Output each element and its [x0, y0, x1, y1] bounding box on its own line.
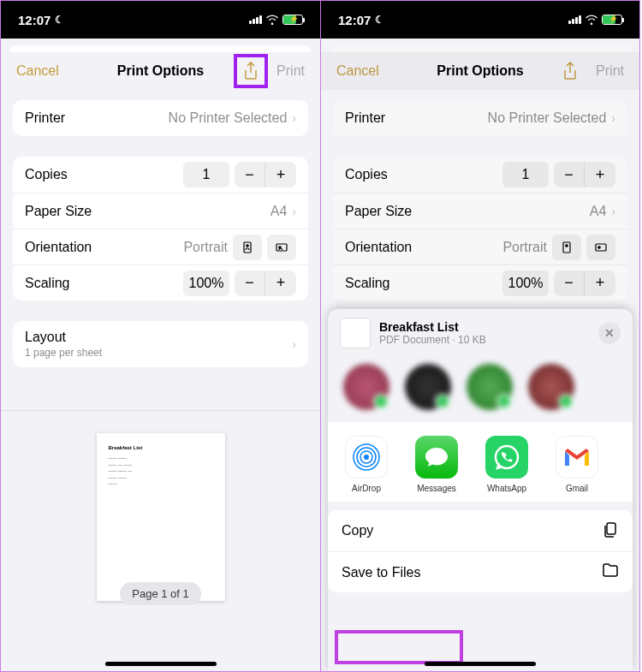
page-preview[interactable]: Breakfast List —— —— —— — —— —— —— — —— …	[97, 433, 225, 601]
scaling-increment-button[interactable]: +	[585, 271, 615, 296]
paper-size-label: Paper Size	[25, 204, 92, 219]
paper-size-label: Paper Size	[345, 204, 412, 219]
svg-point-8	[364, 455, 369, 460]
preview-line: —— — ——	[109, 462, 213, 469]
app-messages[interactable]: Messages	[412, 436, 461, 493]
svg-point-5	[566, 244, 568, 246]
scaling-value[interactable]: 100%	[183, 271, 229, 296]
nav-bar: Cancel Print Options Print	[321, 52, 639, 90]
battery-icon: ⚡	[282, 15, 303, 25]
printer-label: Printer	[345, 110, 385, 126]
copies-stepper: − +	[235, 162, 296, 187]
orientation-value: Portrait	[183, 240, 228, 255]
scaling-stepper: − +	[554, 271, 615, 296]
scaling-row: Scaling 100% − +	[333, 265, 627, 300]
paper-size-value: A4	[270, 204, 288, 219]
airdrop-icon	[345, 436, 388, 479]
print-button[interactable]: Print	[596, 63, 624, 79]
wifi-icon	[265, 15, 279, 25]
layout-section: Layout 1 page per sheet ›	[13, 321, 308, 367]
copy-action[interactable]: Copy	[328, 510, 633, 551]
chevron-right-icon: ›	[292, 337, 296, 351]
printer-section: Printer No Printer Selected ›	[13, 100, 308, 136]
wifi-icon	[585, 15, 598, 25]
printer-value: No Printer Selected	[169, 110, 288, 126]
app-gmail[interactable]: Gmail	[552, 436, 602, 493]
preview-line: —— ——	[109, 475, 213, 482]
signal-icon	[249, 15, 262, 24]
scaling-decrement-button[interactable]: −	[554, 271, 585, 296]
preview-area: Breakfast List —— —— —— — —— —— —— — —— …	[1, 410, 320, 605]
layout-row[interactable]: Layout 1 page per sheet ›	[13, 321, 308, 367]
scaling-value[interactable]: 100%	[502, 271, 549, 296]
share-subtitle: PDF Document · 10 KB	[379, 334, 590, 346]
scaling-increment-button[interactable]: +	[265, 271, 296, 296]
copies-label: Copies	[345, 167, 388, 182]
scaling-stepper: − +	[235, 271, 296, 296]
battery-icon: ⚡	[602, 15, 622, 25]
share-button[interactable]	[234, 54, 268, 88]
home-indicator[interactable]	[425, 662, 536, 666]
orientation-row: Orientation Portrait	[333, 229, 627, 265]
scaling-label: Scaling	[345, 276, 389, 291]
orientation-label: Orientation	[25, 240, 92, 255]
highlight-annotation	[335, 630, 463, 664]
background-sheet-edge	[9, 45, 312, 52]
chevron-right-icon: ›	[611, 205, 615, 218]
contact-avatar[interactable]	[343, 364, 389, 410]
copies-increment-button[interactable]: +	[585, 162, 615, 187]
printer-row[interactable]: Printer No Printer Selected ›	[333, 100, 627, 136]
status-time: 12:07	[18, 13, 51, 27]
share-sheet: Breakfast List PDF Document · 10 KB ✕ Ai…	[328, 309, 633, 671]
status-time: 12:07	[338, 13, 371, 27]
print-button[interactable]: Print	[276, 63, 305, 79]
page-indicator: Page 1 of 1	[120, 582, 201, 605]
close-button[interactable]: ✕	[598, 322, 621, 344]
share-title: Breakfast List	[379, 320, 590, 334]
paper-size-value: A4	[590, 204, 607, 219]
cancel-button[interactable]: Cancel	[336, 63, 379, 79]
status-bar: 12:07 ☾ ⚡	[321, 1, 639, 39]
whatsapp-icon	[485, 436, 528, 479]
orientation-landscape-button[interactable]	[586, 235, 615, 260]
contact-avatar[interactable]	[528, 364, 574, 410]
apps-row: AirDrop Messages WhatsApp Gmail	[328, 422, 633, 502]
share-icon	[562, 62, 578, 80]
orientation-row: Orientation Portrait	[13, 229, 308, 265]
scaling-decrement-button[interactable]: −	[235, 271, 265, 296]
settings-section: Copies 1 − + Paper Size A4 › Orientation…	[13, 157, 308, 300]
printer-row[interactable]: Printer No Printer Selected ›	[13, 100, 308, 136]
orientation-portrait-button[interactable]	[552, 235, 581, 260]
orientation-portrait-button[interactable]	[233, 235, 262, 260]
share-icon	[243, 62, 259, 80]
copies-value[interactable]: 1	[502, 162, 549, 187]
status-bar: 12:07 ☾ ⚡	[1, 1, 320, 39]
svg-point-7	[598, 246, 600, 247]
app-label: Gmail	[566, 484, 588, 493]
orientation-landscape-button[interactable]	[267, 235, 296, 260]
copies-increment-button[interactable]: +	[265, 162, 296, 187]
app-whatsapp[interactable]: WhatsApp	[482, 436, 532, 493]
copies-decrement-button[interactable]: −	[554, 162, 585, 187]
svg-rect-6	[596, 244, 606, 251]
copies-value[interactable]: 1	[183, 162, 229, 187]
chevron-right-icon: ›	[292, 111, 296, 125]
copy-label: Copy	[342, 523, 373, 538]
app-label: WhatsApp	[487, 484, 526, 493]
home-indicator[interactable]	[105, 662, 217, 666]
contact-avatar[interactable]	[405, 364, 451, 410]
cancel-button[interactable]: Cancel	[16, 63, 59, 79]
copies-decrement-button[interactable]: −	[235, 162, 265, 187]
svg-point-1	[247, 244, 248, 246]
copies-row: Copies 1 − +	[333, 157, 627, 193]
share-button[interactable]	[553, 54, 587, 88]
paper-row[interactable]: Paper Size A4 ›	[13, 193, 308, 229]
contacts-row	[328, 357, 633, 422]
save-to-files-action[interactable]: Save to Files	[328, 551, 633, 592]
contact-avatar[interactable]	[467, 364, 513, 410]
app-airdrop[interactable]: AirDrop	[342, 436, 391, 493]
preview-doc-title: Breakfast List	[109, 445, 213, 450]
gmail-icon	[556, 436, 598, 479]
paper-row[interactable]: Paper Size A4 ›	[333, 193, 627, 229]
copy-icon	[602, 520, 619, 542]
